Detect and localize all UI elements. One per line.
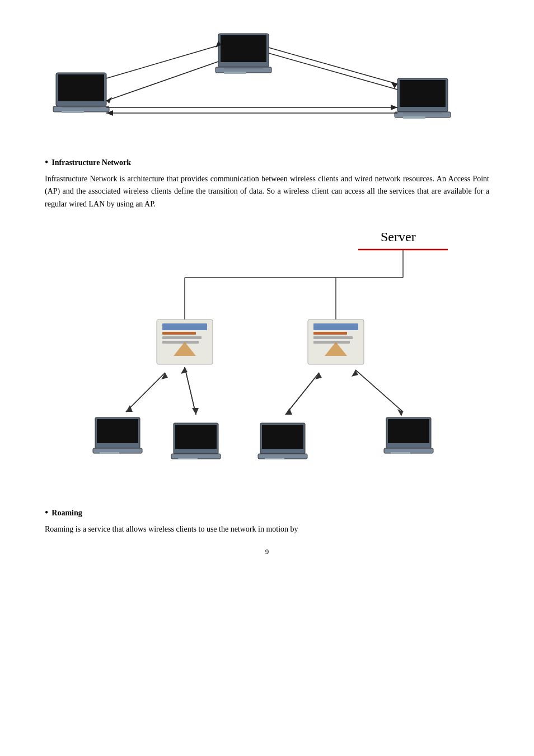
svg-marker-23 [391, 105, 397, 110]
server-label: Server [381, 229, 416, 244]
svg-rect-40 [313, 336, 353, 339]
svg-rect-60 [97, 419, 138, 443]
infrastructure-diagram: Server [45, 222, 489, 490]
roaming-title: • Roaming [45, 507, 489, 519]
svg-line-57 [355, 370, 403, 412]
svg-rect-68 [262, 425, 303, 449]
page: • Infrastructure Network Infrastructure … [0, 0, 534, 756]
svg-marker-56 [397, 409, 403, 416]
adhoc-diagram [45, 17, 489, 140]
svg-line-21 [269, 53, 397, 90]
infrastructure-title: • Infrastructure Network [45, 157, 489, 168]
svg-rect-33 [162, 332, 196, 335]
bullet-roaming: • [45, 507, 48, 519]
infra-svg: Server [45, 222, 481, 490]
infrastructure-body: Infrastructure Network is architecture t… [45, 173, 489, 210]
svg-rect-41 [313, 341, 350, 344]
svg-marker-18 [106, 97, 112, 104]
svg-rect-34 [162, 336, 202, 339]
svg-rect-38 [313, 323, 358, 330]
svg-line-19 [269, 48, 397, 84]
roaming-section: • Roaming Roaming is a service that allo… [45, 507, 489, 536]
svg-rect-39 [313, 332, 347, 335]
svg-line-45 [126, 373, 165, 412]
svg-line-49 [185, 367, 196, 415]
infrastructure-title-text: Infrastructure Network [51, 158, 131, 167]
svg-marker-50 [181, 367, 188, 374]
svg-rect-70 [265, 458, 284, 459]
roaming-title-text: Roaming [51, 509, 82, 518]
svg-rect-35 [162, 341, 199, 344]
svg-rect-32 [162, 323, 207, 330]
svg-rect-62 [100, 452, 119, 454]
adhoc-svg [45, 17, 481, 134]
bullet-infrastructure: • [45, 157, 48, 168]
svg-marker-58 [352, 370, 358, 377]
svg-rect-66 [178, 458, 198, 459]
svg-rect-74 [391, 452, 410, 454]
svg-rect-64 [175, 425, 217, 449]
svg-rect-13 [403, 116, 425, 119]
roaming-body: Roaming is a service that allows wireles… [45, 523, 489, 536]
svg-rect-8 [224, 72, 246, 74]
svg-rect-1 [58, 74, 104, 101]
svg-rect-6 [221, 35, 266, 62]
svg-rect-3 [62, 111, 84, 113]
page-number: 9 [45, 547, 489, 556]
svg-line-15 [106, 45, 221, 78]
svg-line-53 [285, 373, 319, 415]
svg-rect-11 [400, 80, 446, 107]
svg-line-17 [106, 62, 218, 101]
svg-rect-72 [388, 419, 429, 443]
